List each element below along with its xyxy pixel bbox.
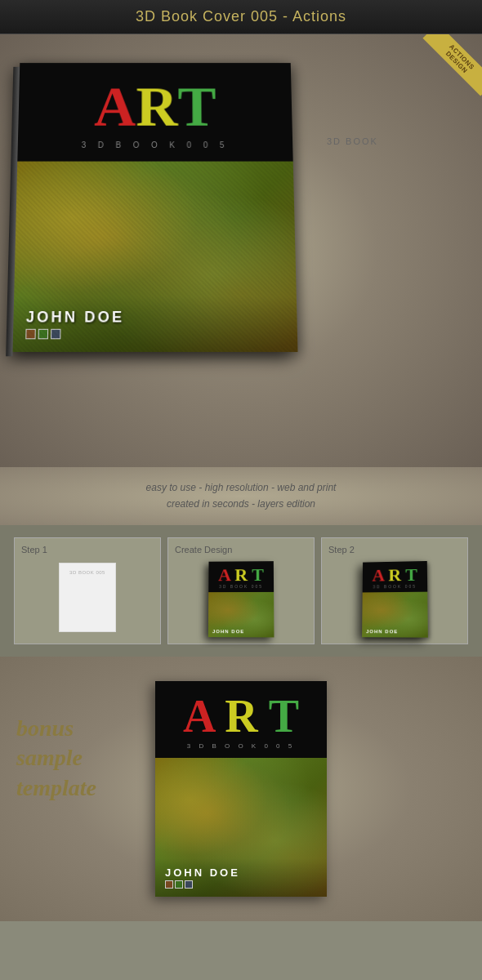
bonus-author-overlay: JOHN DOE: [155, 858, 327, 897]
feature-line2: created in seconds - layers edition: [16, 496, 466, 512]
book-subtitle: 3 D B O O K 0 0 5: [82, 140, 230, 149]
create-design-box: Create Design A R T 3D BOOK 005 JOHN DOE: [167, 537, 315, 644]
bonus-color-squares: [165, 880, 317, 889]
step2-art-a: A: [373, 565, 384, 586]
step-1-box: Step 1 3D BOOK 005: [14, 537, 161, 644]
mini-subtitle: 3D BOOK 005: [213, 584, 269, 589]
bonus-book-mockup: A R T 3 D B O O K 0 0 5 JOHN DOE: [155, 681, 335, 897]
mini-art-r: R: [234, 564, 248, 585]
bonus-author: JOHN DOE: [165, 866, 317, 879]
create-design-label: Create Design: [175, 545, 307, 555]
book-author: JOHN DOE: [26, 309, 285, 327]
ribbon-badge: ACTIONSDESIGN: [408, 34, 482, 108]
color-squares: [25, 329, 284, 340]
mini-book-top: A R T 3D BOOK 005: [208, 561, 274, 592]
step2-image: JOHN DOE: [362, 591, 428, 637]
step-1-content: 3D BOOK 005: [21, 561, 154, 635]
book-cover: A R T 3 D B O O K 0 0 5 JOHN DOE: [13, 63, 298, 352]
step-2-box: Step 2 A R T 3D BOOK 005 JOHN DOE: [321, 537, 468, 644]
bonus-section: bonus sample template A R T 3 D B O O K …: [0, 657, 482, 921]
mini-image: JOHN DOE: [208, 592, 274, 638]
create-design-content: A R T 3D BOOK 005 JOHN DOE: [175, 561, 307, 637]
step2-art-t: T: [405, 564, 417, 585]
step-1-book-text: 3D BOOK 005: [69, 570, 105, 575]
step2-art-title: A R T: [368, 566, 422, 585]
bonus-sq-green: [175, 880, 183, 889]
create-design-book: A R T 3D BOOK 005 JOHN DOE: [208, 561, 274, 637]
square-green: [38, 329, 49, 340]
step2-book-top: A R T 3D BOOK 005: [363, 561, 428, 592]
step-2-content: A R T 3D BOOK 005 JOHN DOE: [328, 561, 461, 637]
book-display-area: A R T 3 D B O O K 0 0 5 JOHN DOE: [16, 59, 466, 349]
square-red: [25, 329, 36, 340]
book-image-area: JOHN DOE: [13, 162, 298, 352]
art-letter-a: A: [94, 78, 136, 135]
page-title: 3D Book Cover 005 - Actions: [136, 8, 346, 25]
feature-line1: easy to use - high resolution - web and …: [16, 479, 466, 496]
step2-subtitle: 3D BOOK 005: [368, 584, 423, 590]
step2-art-r: R: [388, 564, 401, 585]
steps-section: Step 1 3D BOOK 005 Create Design A R T 3…: [0, 525, 482, 657]
step-1-label: Step 1: [21, 545, 154, 555]
bonus-art-t: T: [269, 691, 299, 742]
bonus-cover: A R T 3 D B O O K 0 0 5 JOHN DOE: [155, 681, 327, 897]
bonus-subtitle: 3 D B O O K 0 0 5: [167, 742, 315, 750]
step-1-flat-book: 3D BOOK 005: [59, 563, 116, 632]
step-2-book: A R T 3D BOOK 005 JOHN DOE: [362, 561, 428, 638]
square-blue: [51, 329, 60, 340]
bonus-art-r: R: [225, 691, 257, 742]
ribbon-text: ACTIONSDESIGN: [422, 34, 482, 96]
bonus-art-a: A: [183, 691, 213, 742]
book-label: 3D BOOK: [327, 136, 378, 146]
book-header-area: A R T 3 D B O O K 0 0 5: [17, 63, 292, 161]
step2-author: JOHN DOE: [366, 629, 398, 634]
feature-text-area: easy to use - high resolution - web and …: [0, 467, 482, 525]
step-2-label: Step 2: [328, 545, 461, 555]
mini-art-a: A: [218, 564, 230, 585]
book-author-overlay: JOHN DOE: [13, 296, 298, 352]
mini-art-t: T: [252, 564, 264, 585]
bonus-book-top: A R T 3 D B O O K 0 0 5: [155, 681, 327, 758]
bonus-sq-blue: [185, 880, 193, 889]
main-book-mockup: A R T 3 D B O O K 0 0 5 JOHN DOE: [16, 59, 310, 349]
page-header: 3D Book Cover 005 - Actions: [0, 0, 482, 34]
mini-art-title: A R T: [213, 566, 269, 584]
top-section: ACTIONSDESIGN A R T 3 D B O O K 0 0 5 JO…: [0, 34, 482, 467]
bonus-text-area: bonus sample template: [16, 681, 131, 803]
mini-author: JOHN DOE: [212, 629, 244, 634]
art-letter-t: T: [177, 78, 216, 135]
bonus-sq-red: [165, 880, 173, 889]
bonus-image-wrap: JOHN DOE: [155, 758, 327, 897]
bonus-label: bonus sample template: [16, 714, 131, 803]
book-label-container: 3D BOOK: [327, 59, 378, 146]
art-title: A R T: [94, 78, 216, 135]
bonus-art-title: A R T: [167, 693, 315, 739]
art-letter-r: R: [136, 78, 177, 135]
